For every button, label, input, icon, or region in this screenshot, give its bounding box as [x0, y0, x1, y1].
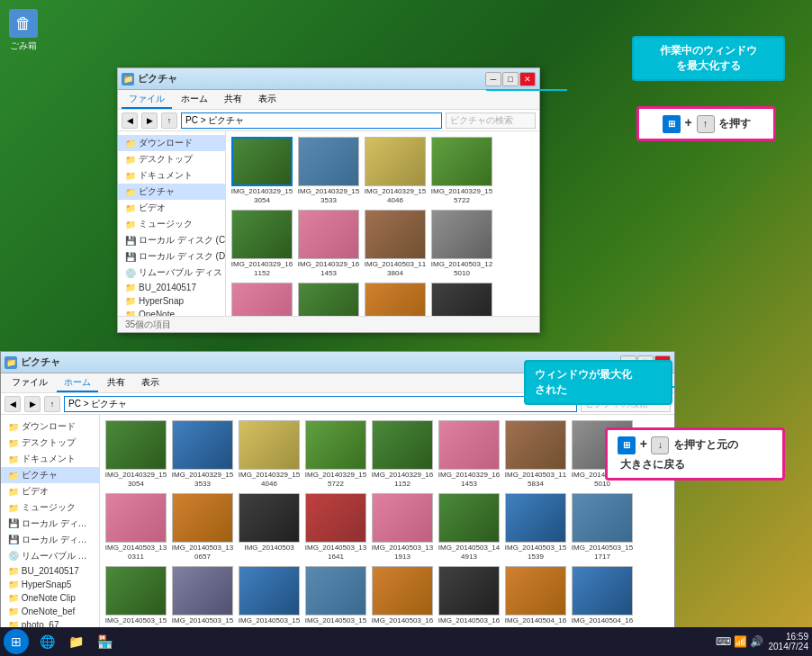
- b-file-19[interactable]: IMG_20140503_153727: [237, 564, 302, 635]
- forward-button-top[interactable]: ▶: [141, 112, 158, 129]
- sidebar-item-desktop[interactable]: 📁デスクトップ: [118, 151, 225, 167]
- minimize-button-top[interactable]: ─: [485, 72, 501, 86]
- taskbar-folder-icon[interactable]: 📁: [63, 629, 88, 654]
- sidebar-item-pictures[interactable]: 📁ピクチャ: [118, 184, 225, 200]
- tab-view-top[interactable]: 表示: [251, 91, 284, 109]
- b-file-4[interactable]: IMG_20140329_155722: [303, 418, 368, 490]
- sidebar-item-b-music[interactable]: 📁ミュージック: [1, 499, 99, 516]
- file-item-7[interactable]: IMG_20140503_113804: [363, 208, 428, 279]
- tab-file-bottom[interactable]: ファイル: [5, 374, 55, 392]
- forward-button-bottom[interactable]: ▶: [24, 396, 41, 412]
- sidebar-item-onenote[interactable]: 📁OneNote: [118, 308, 225, 316]
- sidebar-item-music[interactable]: 📁ミュージック: [118, 216, 225, 232]
- file-item-3[interactable]: IMG_20140329_154046: [363, 135, 428, 206]
- b-thumb-14: [438, 493, 500, 543]
- file-item-12[interactable]: IMG_20140503_131041: [429, 281, 494, 316]
- b-file-10[interactable]: IMG_20140503_130657: [170, 491, 235, 562]
- keyboard-tray-icon[interactable]: ⌨: [716, 635, 731, 648]
- taskbar-store-icon[interactable]: 🏪: [92, 629, 117, 654]
- sidebar-item-bu[interactable]: 📁BU_20140517: [118, 281, 225, 294]
- b-file-18[interactable]: IMG_20140503_153329: [170, 564, 235, 635]
- b-file-7[interactable]: IMG_20140503_115834: [503, 418, 568, 490]
- search-box-top[interactable]: ピクチャの検索: [446, 112, 536, 129]
- b-thumb-12: [305, 493, 366, 543]
- b-file-15[interactable]: IMG_20140503_151539: [503, 491, 568, 562]
- file-item-5[interactable]: IMG_20140329_161152: [230, 208, 294, 279]
- sidebar-item-b-downloads[interactable]: 📁ダウンロード: [1, 418, 99, 435]
- titlebar-icon-top: 📁: [122, 73, 134, 85]
- b-file-9[interactable]: IMG_20140503_130311: [104, 491, 168, 562]
- b-file-11[interactable]: IMG_20140503: [237, 491, 302, 562]
- sidebar-item-videos[interactable]: 📁ビデオ: [118, 200, 225, 216]
- network-tray-icon[interactable]: 📶: [734, 635, 747, 648]
- back-button-top[interactable]: ◀: [122, 112, 138, 129]
- up-button-top[interactable]: ↑: [161, 112, 177, 129]
- file-item-6[interactable]: IMG_20140329_161453: [296, 208, 361, 279]
- tab-home-bottom[interactable]: ホーム: [57, 374, 98, 392]
- volume-tray-icon[interactable]: 🔊: [750, 635, 763, 648]
- titlebar-title-top: ピクチャ: [138, 72, 485, 85]
- main-area-top: 📁ダウンロード 📁デスクトップ 📁ドキュメント 📁ピクチャ 📁ビデオ 📁ミュージ…: [118, 131, 539, 316]
- b-file-5[interactable]: IMG_20140329_161152: [370, 418, 435, 490]
- file-item-2[interactable]: IMG_20140329_153533: [296, 135, 361, 206]
- tab-home-top[interactable]: ホーム: [174, 91, 215, 109]
- sidebar-item-b-docs[interactable]: 📁ドキュメント: [1, 451, 99, 467]
- file-item-9[interactable]: IMG_20140503_130311: [230, 281, 294, 316]
- b-file-16[interactable]: IMG_20140503_151717: [570, 491, 635, 562]
- b-file-21[interactable]: IMG_20140503_160206: [370, 564, 435, 635]
- sidebar-item-documents[interactable]: 📁ドキュメント: [118, 167, 225, 184]
- b-file-23[interactable]: IMG_20140504_160920: [503, 564, 568, 635]
- b-file-1[interactable]: IMG_20140329_153054: [104, 418, 168, 490]
- tab-share-top[interactable]: 共有: [217, 91, 249, 109]
- file-item-8[interactable]: IMG_20140503_125010: [429, 208, 494, 279]
- back-button-bottom[interactable]: ◀: [5, 396, 21, 412]
- close-button-top[interactable]: ✕: [519, 72, 536, 86]
- b-file-2[interactable]: IMG_20140329_153533: [170, 418, 235, 490]
- taskbar-ie-icon[interactable]: 🌐: [34, 629, 59, 654]
- b-file-20[interactable]: IMG_20140503_155443: [303, 564, 368, 635]
- b-file-22[interactable]: IMG_20140503_161823: [437, 564, 501, 635]
- sidebar-item-b-onenoteclip[interactable]: 📁 OneNote Clip: [1, 591, 99, 605]
- b-file-12[interactable]: IMG_20140503_131641: [303, 491, 368, 562]
- sidebar-item-b-onenotebef[interactable]: 📁 OneNote_bef: [1, 605, 99, 618]
- sidebar-item-local-c[interactable]: 💾ローカル ディスク (C: [118, 232, 225, 248]
- sidebar-item-b-rem[interactable]: 💿 リムーバブル ディス: [1, 548, 99, 564]
- thumb-6: [298, 210, 359, 259]
- taskbar-clock[interactable]: 16:59 2014/7/24: [769, 632, 809, 652]
- tab-view-bottom[interactable]: 表示: [134, 374, 167, 392]
- file-item-11[interactable]: IMG_20140503_130720: [363, 281, 428, 316]
- b-file-17[interactable]: IMG_20140503_153036: [104, 564, 168, 635]
- sidebar-item-b-hs[interactable]: 📁 HyperSnap5: [1, 578, 99, 591]
- up-button-bottom[interactable]: ↑: [44, 396, 60, 412]
- key-instruction-top: を押す: [718, 117, 751, 130]
- b-file-24[interactable]: IMG_20140504_162102: [570, 564, 635, 635]
- thumb-2: [298, 137, 359, 186]
- sidebar-item-b-video[interactable]: 📁ビデオ: [1, 483, 99, 499]
- thumb-12: [431, 283, 492, 316]
- b-file-14[interactable]: IMG_20140503_144913: [437, 491, 501, 562]
- sidebar-item-b-lc[interactable]: 💾 ローカル ディスク (C: [1, 516, 99, 532]
- down-arrow-key: ↓: [651, 436, 669, 454]
- start-button[interactable]: ⊞: [4, 629, 29, 654]
- sidebar-item-hypersnap[interactable]: 📁HyperSnap: [118, 294, 225, 308]
- tab-share-bottom[interactable]: 共有: [100, 374, 132, 392]
- maximize-button-top[interactable]: □: [502, 72, 519, 86]
- address-path-bottom[interactable]: PC > ピクチャ: [64, 396, 577, 412]
- file-item-4[interactable]: IMG_20140329_155722: [429, 135, 494, 206]
- sidebar-item-b-desktop[interactable]: 📁デスクトップ: [1, 435, 99, 451]
- b-file-3[interactable]: IMG_20140329_154046: [237, 418, 302, 490]
- key-instruction-bottom: を押すと元の: [673, 438, 738, 451]
- b-file-6[interactable]: IMG_20140329_161453: [437, 418, 501, 490]
- file-item-1[interactable]: IMG_20140329_153054: [230, 135, 294, 206]
- sidebar-item-downloads[interactable]: 📁ダウンロード: [118, 135, 225, 151]
- sidebar-item-b-ld[interactable]: 💾 ローカル ディスク (D: [1, 532, 99, 548]
- address-path-top[interactable]: PC > ピクチャ: [181, 112, 442, 129]
- sidebar-item-removable[interactable]: 💿リムーバブル ディス: [118, 265, 225, 281]
- file-item-10[interactable]: IMG_20140503_130657: [296, 281, 361, 316]
- sidebar-item-local-d[interactable]: 💾ローカル ディスク (D: [118, 248, 225, 265]
- recycle-bin-icon[interactable]: 🗑 ごみ箱: [9, 9, 38, 52]
- sidebar-item-b-pic[interactable]: 📁ピクチャ: [1, 467, 99, 483]
- sidebar-item-b-bu[interactable]: 📁 BU_20140517: [1, 564, 99, 578]
- tab-file-top[interactable]: ファイル: [122, 91, 172, 109]
- b-file-13[interactable]: IMG_20140503_131913: [370, 491, 435, 562]
